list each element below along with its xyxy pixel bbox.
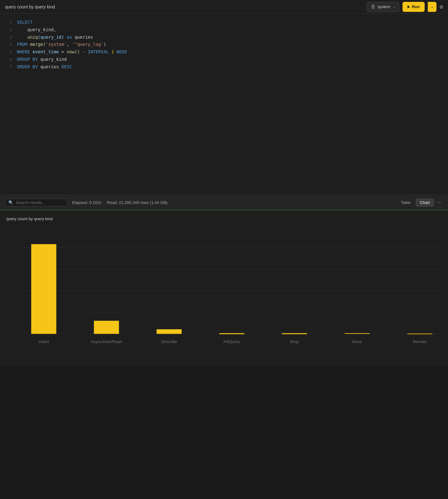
- code-line: 5WHERE event_time > now() - INTERVAL 1 W…: [0, 48, 448, 56]
- line-number: 2: [2, 27, 12, 33]
- chart-view-button[interactable]: Chart: [416, 199, 434, 206]
- code-token: FROM: [17, 42, 30, 47]
- code-content: query_kind,: [17, 26, 56, 34]
- code-token: as: [67, 35, 74, 40]
- line-number: 1: [2, 19, 12, 26]
- header-controls: 🗄 system ⌄ Run ⌄ ⚙: [367, 2, 443, 12]
- code-token: queries: [41, 64, 61, 69]
- code-token: [17, 35, 27, 40]
- code-token: DESC: [61, 64, 72, 69]
- bar-none: [345, 333, 369, 334]
- code-token: ,: [67, 42, 72, 47]
- code-token: >: [61, 49, 67, 54]
- code-line: 1SELECT: [0, 19, 448, 26]
- chart-area: query count by query kind 10M 8M 6M 4M 2…: [0, 210, 448, 366]
- code-token: ORDER BY: [17, 64, 41, 69]
- code-token: now(): [67, 49, 80, 54]
- code-token: queries: [74, 35, 93, 40]
- code-token: INTERVAL: [88, 49, 112, 54]
- code-content: WHERE event_time > now() - INTERVAL 1 WE…: [17, 48, 127, 56]
- bar-drop: [282, 333, 307, 334]
- svg-text:Describe: Describe: [161, 339, 177, 344]
- line-number: 4: [2, 41, 12, 48]
- bar-revoke: [407, 333, 432, 334]
- code-token: 'system': [46, 42, 67, 47]
- code-line: 2 query_kind,: [0, 26, 448, 34]
- code-content: uniq(query_id) as queries: [17, 34, 93, 41]
- code-line: 6GROUP BY query_kind: [0, 56, 448, 63]
- line-number: 5: [2, 49, 12, 56]
- read-text: Read: 22,285,349 rows (1.04 GB): [107, 200, 167, 205]
- settings-icon[interactable]: ⚙: [440, 3, 443, 10]
- code-token: uniq: [27, 35, 38, 40]
- code-content: GROUP BY query_kind: [17, 56, 67, 63]
- editor-area[interactable]: 1SELECT2 query_kind,3 uniq(query_id) as …: [0, 14, 448, 195]
- code-token: SELECT: [17, 20, 33, 25]
- svg-text:None: None: [352, 339, 362, 344]
- more-options-button[interactable]: ···: [435, 199, 443, 206]
- line-number: 6: [2, 56, 12, 63]
- svg-text:Insert: Insert: [39, 339, 49, 344]
- database-icon: 🗄: [371, 4, 375, 9]
- code-token: WEEK: [117, 49, 127, 54]
- code-line: 4FROM merge('system', '^query_log'): [0, 41, 448, 48]
- code-token: -: [80, 49, 88, 54]
- code-content: SELECT: [17, 19, 33, 26]
- code-token: event_time: [33, 49, 62, 54]
- bar-kill-query: [219, 333, 244, 334]
- code-token: query_kind: [41, 57, 67, 62]
- code-line: 3 uniq(query_id) as queries: [0, 34, 448, 41]
- svg-text:Revoke: Revoke: [413, 339, 427, 344]
- chevron-icon: ⌄: [393, 5, 395, 8]
- code-token: merge: [30, 42, 43, 47]
- svg-text:KillQuery: KillQuery: [224, 339, 240, 344]
- code-token: 1: [111, 49, 117, 54]
- code-content: FROM merge('system', '^query_log'): [17, 41, 106, 48]
- line-number: 7: [2, 64, 12, 70]
- code-content: ORDER BY queries DESC: [17, 63, 72, 71]
- chart-container: 10M 8M 6M 4M 2M 0 Insert AsyncInsertFlus…: [19, 226, 442, 357]
- search-box[interactable]: 🔍: [5, 199, 67, 206]
- line-number: 3: [2, 34, 12, 41]
- search-input[interactable]: [16, 200, 60, 205]
- results-toolbar: 🔍 Elapsed: 0.182s Read: 22,285,349 rows …: [0, 195, 448, 210]
- code-token: (: [43, 42, 45, 47]
- chevron-down-icon: ⌄: [431, 4, 434, 9]
- chart-title: query count by query kind: [6, 216, 53, 221]
- chart-svg: 10M 8M 6M 4M 2M 0 Insert AsyncInsertFlus…: [19, 226, 442, 357]
- page-title: query count by query kind: [5, 4, 55, 9]
- db-selector[interactable]: 🗄 system ⌄: [367, 2, 399, 12]
- run-play-icon: [407, 5, 410, 8]
- bar-describe: [157, 329, 182, 334]
- bar-insert: [31, 244, 56, 334]
- table-view-button[interactable]: Table: [397, 199, 415, 206]
- run-button[interactable]: Run: [403, 2, 425, 12]
- stats-text: Elapsed: 0.182s Read: 22,285,349 rows (1…: [72, 200, 392, 205]
- svg-text:AsyncInsertFlush: AsyncInsertFlush: [91, 339, 122, 344]
- code-token: (query_id): [38, 35, 67, 40]
- code-token: WHERE: [17, 49, 33, 54]
- bar-async-insert-flush: [94, 321, 119, 334]
- run-dropdown-button[interactable]: ⌄: [428, 2, 436, 12]
- view-buttons: Table Chart ···: [397, 199, 443, 206]
- run-label: Run: [412, 4, 420, 9]
- svg-text:Drop: Drop: [290, 339, 299, 344]
- code-token: query_kind: [17, 27, 54, 32]
- elapsed-text: Elapsed: 0.182s: [72, 200, 101, 205]
- code-token: '^query_log': [72, 42, 103, 47]
- code-line: 7ORDER BY queries DESC: [0, 63, 448, 71]
- header: query count by query kind 🗄 system ⌄ Run…: [0, 0, 448, 14]
- db-label: system: [378, 4, 390, 9]
- code-token: GROUP BY: [17, 57, 41, 62]
- search-icon: 🔍: [8, 200, 13, 205]
- code-token: ): [103, 42, 106, 47]
- code-token: ,: [54, 27, 56, 32]
